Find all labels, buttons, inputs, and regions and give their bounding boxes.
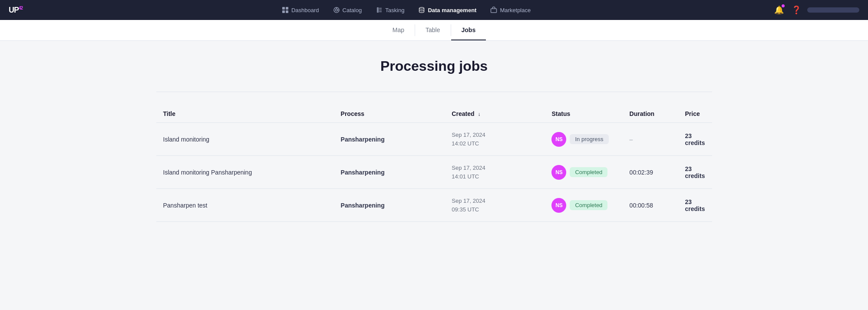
nav-item-dashboard[interactable]: Dashboard xyxy=(276,4,325,16)
top-navigation: UP42 Dashboard Catalog Tasking xyxy=(0,0,868,20)
svg-point-8 xyxy=(377,8,379,9)
cell-status: NS In progress xyxy=(545,123,622,156)
svg-rect-0 xyxy=(282,7,285,10)
col-header-title: Title xyxy=(156,105,334,123)
cell-status: NS Completed xyxy=(545,189,622,222)
svg-rect-3 xyxy=(286,10,288,13)
svg-rect-2 xyxy=(282,10,285,13)
sub-navigation: Map Table Jobs xyxy=(0,20,868,41)
tasking-icon xyxy=(376,7,383,13)
nav-label-catalog: Catalog xyxy=(343,7,362,13)
col-header-price: Price xyxy=(678,105,712,123)
avatar: NS xyxy=(551,198,566,213)
grid-icon xyxy=(282,7,289,13)
cell-title: Island monitoring xyxy=(156,123,334,156)
nav-label-data-management: Data management xyxy=(428,7,476,13)
created-time: 14:02 UTC xyxy=(452,139,538,148)
nav-item-marketplace[interactable]: Marketplace xyxy=(484,4,537,16)
cell-duration: – xyxy=(623,123,678,156)
created-date-time: Sep 17, 2024 09:35 UTC xyxy=(452,197,538,214)
sub-nav-map-label: Map xyxy=(393,26,404,33)
sub-nav-map[interactable]: Map xyxy=(382,20,415,40)
data-management-icon xyxy=(418,7,425,13)
duration-value: 00:02:39 xyxy=(630,169,653,176)
sub-nav-table[interactable]: Table xyxy=(415,20,450,40)
notification-bell[interactable]: 🔔 xyxy=(772,3,785,16)
marketplace-icon xyxy=(490,7,497,13)
nav-items: Dashboard Catalog Tasking Data managemen… xyxy=(40,4,772,16)
page-title: Processing jobs xyxy=(156,58,712,74)
created-date: Sep 17, 2024 xyxy=(452,197,538,205)
status-badge: Completed xyxy=(570,200,607,210)
created-date-time: Sep 17, 2024 14:02 UTC xyxy=(452,131,538,148)
avatar: NS xyxy=(551,165,566,180)
status-badge: Completed xyxy=(570,167,607,177)
svg-point-10 xyxy=(377,10,379,11)
logo[interactable]: UP42 xyxy=(9,6,23,15)
nav-right: 🔔 ❓ xyxy=(772,3,859,16)
cell-price: 23 credits xyxy=(678,189,712,222)
cell-duration: 00:00:58 xyxy=(623,189,678,222)
table-row[interactable]: Pansharpen test Pansharpening Sep 17, 20… xyxy=(156,189,712,222)
sort-arrow-created: ↓ xyxy=(478,111,480,117)
cell-process: Pansharpening xyxy=(334,156,445,189)
status-cell-container: NS In progress xyxy=(551,132,615,147)
nav-item-data-management[interactable]: Data management xyxy=(412,4,482,16)
duration-value: 00:00:58 xyxy=(630,202,653,209)
nav-label-marketplace: Marketplace xyxy=(500,7,531,13)
cell-created: Sep 17, 2024 14:01 UTC xyxy=(445,156,545,189)
nav-item-catalog[interactable]: Catalog xyxy=(327,4,368,16)
process-name: Pansharpening xyxy=(341,202,385,209)
jobs-table: Title Process Created ↓ Status Duration … xyxy=(156,105,712,222)
status-cell-container: NS Completed xyxy=(551,165,615,180)
cell-status: NS Completed xyxy=(545,156,622,189)
svg-point-12 xyxy=(377,11,379,13)
process-name: Pansharpening xyxy=(341,169,385,176)
status-badge: In progress xyxy=(570,134,608,144)
cell-created: Sep 17, 2024 09:35 UTC xyxy=(445,189,545,222)
sub-nav-jobs-label: Jobs xyxy=(462,26,476,33)
table-row[interactable]: Island monitoring Pansharpening Pansharp… xyxy=(156,156,712,189)
user-menu-button[interactable] xyxy=(807,7,859,13)
duration-value: – xyxy=(630,136,633,143)
table-body: Island monitoring Pansharpening Sep 17, … xyxy=(156,123,712,222)
status-cell-container: NS Completed xyxy=(551,198,615,213)
main-content: Processing jobs Title Process Created ↓ … xyxy=(130,41,738,239)
logo-sup: 42 xyxy=(19,6,23,10)
process-name: Pansharpening xyxy=(341,136,385,143)
created-time: 14:01 UTC xyxy=(452,172,538,181)
cell-process: Pansharpening xyxy=(334,123,445,156)
logo-text: UP42 xyxy=(9,6,23,15)
svg-rect-15 xyxy=(491,9,497,13)
svg-rect-1 xyxy=(286,7,288,10)
header-row: Title Process Created ↓ Status Duration … xyxy=(156,105,712,123)
col-header-status: Status xyxy=(545,105,622,123)
cell-title: Pansharpen test xyxy=(156,189,334,222)
sub-nav-jobs[interactable]: Jobs xyxy=(451,20,486,40)
nav-item-tasking[interactable]: Tasking xyxy=(370,4,410,16)
cell-created: Sep 17, 2024 14:02 UTC xyxy=(445,123,545,156)
created-date: Sep 17, 2024 xyxy=(452,164,538,172)
created-time: 09:35 UTC xyxy=(452,205,538,214)
nav-label-dashboard: Dashboard xyxy=(291,7,319,13)
help-button[interactable]: ❓ xyxy=(790,3,803,16)
catalog-icon xyxy=(333,7,340,13)
col-header-duration: Duration xyxy=(623,105,678,123)
cell-price: 23 credits xyxy=(678,123,712,156)
avatar: NS xyxy=(551,132,566,147)
content-divider xyxy=(156,92,712,92)
col-header-created[interactable]: Created ↓ xyxy=(445,105,545,123)
cell-process: Pansharpening xyxy=(334,189,445,222)
cell-title: Island monitoring Pansharpening xyxy=(156,156,334,189)
created-date: Sep 17, 2024 xyxy=(452,131,538,139)
sub-nav-table-label: Table xyxy=(426,26,440,33)
col-header-process: Process xyxy=(334,105,445,123)
nav-label-tasking: Tasking xyxy=(385,7,404,13)
table-row[interactable]: Island monitoring Pansharpening Sep 17, … xyxy=(156,123,712,156)
created-date-time: Sep 17, 2024 14:01 UTC xyxy=(452,164,538,181)
table-header: Title Process Created ↓ Status Duration … xyxy=(156,105,712,123)
cell-price: 23 credits xyxy=(678,156,712,189)
svg-point-5 xyxy=(335,9,337,11)
svg-point-14 xyxy=(419,7,424,9)
notification-dot xyxy=(782,4,785,7)
